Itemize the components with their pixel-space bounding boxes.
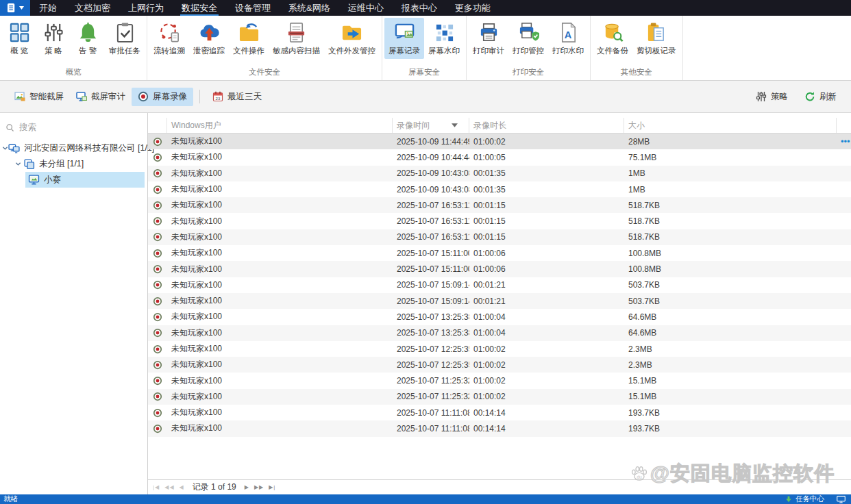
table-cell-duration: 00:01:21 bbox=[469, 280, 624, 290]
toolbar-button-record[interactable]: 屏幕录像 bbox=[132, 88, 193, 106]
table-cell-duration: 00:01:15 bbox=[469, 216, 624, 226]
search-input[interactable] bbox=[19, 123, 142, 132]
table-cell-user: 未知玩家x100 bbox=[167, 151, 393, 163]
toolbar-button-calendar[interactable]: 23最近三天 bbox=[206, 88, 268, 106]
table-cell-size: 2.3MB bbox=[624, 344, 837, 354]
fast-next-button[interactable]: ▶▶ bbox=[254, 484, 264, 490]
ribbon-button-folder-action[interactable]: 文件操作 bbox=[229, 18, 269, 59]
table-row[interactable]: 未知玩家x1002025-10-07 16:53:1100:01:15518.7… bbox=[148, 197, 851, 213]
table-cell-size: 28MB bbox=[624, 137, 837, 147]
table-row[interactable]: 未知玩家x1002025-10-07 12:25:3501:00:022.3MB bbox=[148, 357, 851, 373]
toolbar-button-label: 截屏审计 bbox=[91, 91, 125, 103]
ribbon-button-clipboard-doc[interactable]: 剪切板记录 bbox=[632, 18, 680, 59]
menu-tab-2[interactable]: 文档加密 bbox=[66, 0, 119, 16]
table-row[interactable]: 未知玩家x1002025-10-07 11:11:0800:14:14193.7… bbox=[148, 405, 851, 420]
table-cell-duration: 01:00:02 bbox=[469, 137, 624, 147]
column-header-2[interactable]: 录像时间 bbox=[393, 118, 469, 133]
ribbon-button-label: 审批任务 bbox=[109, 46, 140, 56]
table-cell-icon bbox=[148, 216, 167, 226]
first-page-button[interactable]: |◀ bbox=[153, 484, 160, 490]
menu-tab-9[interactable]: 更多功能 bbox=[446, 0, 500, 16]
table-row[interactable]: 未知玩家x1002025-10-07 15:11:0001:00:06100.8… bbox=[148, 245, 851, 261]
toolbar-button-sliders-small[interactable]: 策略 bbox=[750, 88, 794, 106]
monitor-status-icon[interactable] bbox=[837, 496, 846, 503]
green-arrow-down-icon bbox=[785, 496, 792, 503]
table-row[interactable]: 未知玩家x1002025-10-07 12:25:3501:00:022.3MB bbox=[148, 341, 851, 357]
tree-expand-caret[interactable] bbox=[13, 161, 23, 167]
table-row[interactable]: 未知玩家x1002025-10-09 10:43:0800:01:351MB bbox=[148, 181, 851, 197]
ribbon-button-printer[interactable]: 打印审计 bbox=[469, 18, 508, 59]
table-row[interactable]: 未知玩家x1002025-10-07 11:25:3201:00:0215.1M… bbox=[148, 373, 851, 388]
table-cell-duration: 01:00:02 bbox=[469, 376, 624, 386]
table-cell-duration: 00:14:14 bbox=[469, 424, 624, 433]
tree-item-terminal[interactable]: 小赛 bbox=[25, 172, 145, 188]
chevron-down-icon bbox=[19, 6, 24, 10]
search-box[interactable] bbox=[0, 119, 147, 136]
table-row[interactable]: 未知玩家x1002025-10-07 13:25:3801:00:0464.6M… bbox=[148, 309, 851, 325]
table-row[interactable]: 未知玩家x1002025-10-07 16:53:1100:01:15518.7… bbox=[148, 213, 851, 229]
ribbon-button-db-search[interactable]: 文件备份 bbox=[593, 18, 632, 59]
ribbon-button-cloud-upload[interactable]: 泄密追踪 bbox=[189, 18, 229, 59]
ribbon-button-doc-a[interactable]: A打印水印 bbox=[548, 18, 588, 59]
ribbon-button-trace-cycle[interactable]: 流转追溯 bbox=[149, 18, 189, 59]
menu-tab-6[interactable]: 系统&网络 bbox=[280, 0, 339, 16]
ribbon-button-label: 屏幕记录 bbox=[388, 46, 420, 56]
ribbon-button-grid-overview[interactable]: 概 览 bbox=[2, 18, 36, 59]
table-cell-duration: 00:01:21 bbox=[469, 297, 624, 306]
menu-tab-7[interactable]: 运维中心 bbox=[339, 0, 393, 16]
ribbon-button-screen-record[interactable]: 屏幕记录 bbox=[384, 18, 424, 59]
prev-page-button[interactable]: ◀ bbox=[180, 484, 184, 490]
column-header-3[interactable]: 录像时长 bbox=[469, 118, 624, 133]
next-page-button[interactable]: ▶ bbox=[245, 484, 249, 490]
column-header-1[interactable]: Windows用户 bbox=[167, 118, 393, 133]
toolbar-button-smart-screenshot[interactable]: 智能截屏 bbox=[8, 88, 70, 106]
app-menu-button[interactable] bbox=[0, 0, 30, 16]
column-header-4[interactable]: 大小 bbox=[624, 118, 837, 133]
row-actions-ellipsis-button[interactable]: ••• bbox=[841, 138, 851, 145]
ribbon-button-doc-scan[interactable]: 敏感内容扫描 bbox=[269, 18, 324, 59]
fast-prev-button[interactable]: ◀◀ bbox=[164, 484, 174, 490]
table-cell-icon bbox=[148, 264, 167, 274]
tree-item-company[interactable]: 河北安固云网络科技有限公司 [1/1] bbox=[0, 140, 147, 156]
tree-item-group[interactable]: 未分组 [1/1] bbox=[0, 156, 147, 172]
menu-tab-3[interactable]: 上网行为 bbox=[119, 0, 173, 16]
table-row[interactable]: 未知玩家x1002025-10-07 16:53:1100:01:15518.7… bbox=[148, 229, 851, 245]
tree-expand-caret[interactable] bbox=[2, 145, 8, 151]
menu-tab-1[interactable]: 开始 bbox=[30, 0, 66, 16]
table-row[interactable]: 未知玩家x1002025-10-07 15:09:1400:01:21503.7… bbox=[148, 293, 851, 309]
task-center-button[interactable]: 任务中心 bbox=[796, 494, 824, 504]
table-row[interactable]: 未知玩家x1002025-10-07 15:09:1400:01:21503.7… bbox=[148, 277, 851, 293]
record-dot-icon bbox=[153, 344, 162, 354]
table-cell-duration: 00:01:15 bbox=[469, 232, 624, 242]
menu-tab-4-active[interactable]: 数据安全 bbox=[173, 0, 226, 16]
ribbon-button-pixel-watermark[interactable]: 屏幕水印 bbox=[424, 18, 464, 59]
screenshot-audit-icon bbox=[76, 91, 87, 102]
table-row[interactable]: 未知玩家x1002025-10-09 10:43:0800:01:351MB bbox=[148, 166, 851, 181]
table-row[interactable]: 未知玩家x1002025-10-09 11:44:4901:00:0228MB•… bbox=[148, 134, 851, 149]
toolbar-button-refresh[interactable]: 刷新 bbox=[798, 88, 843, 106]
ribbon-button-clipboard-check[interactable]: 审批任务 bbox=[105, 18, 145, 59]
table-row[interactable]: 未知玩家x1002025-10-07 11:11:0800:14:14193.7… bbox=[148, 420, 851, 436]
ribbon-button-printer-shield[interactable]: 打印管控 bbox=[508, 18, 548, 59]
menu-tab-8[interactable]: 报表中心 bbox=[393, 0, 446, 16]
ribbon-button-label: 概 览 bbox=[10, 46, 28, 56]
sliders-icon bbox=[43, 22, 64, 43]
ribbon-group-label: 文件安全 bbox=[149, 66, 380, 80]
table-cell-duration: 01:00:04 bbox=[469, 328, 624, 338]
table-cell-time: 2025-10-07 16:53:11 bbox=[393, 232, 469, 242]
table-cell-icon bbox=[148, 185, 167, 194]
table-row[interactable]: 未知玩家x1002025-10-07 13:25:3801:00:0464.6M… bbox=[148, 325, 851, 341]
table-cell-time: 2025-10-07 11:25:32 bbox=[393, 376, 469, 386]
table-row[interactable]: 未知玩家x1002025-10-07 15:11:0001:00:06100.8… bbox=[148, 261, 851, 277]
toolbar-button-screenshot-audit[interactable]: 截屏审计 bbox=[70, 88, 132, 106]
table-row[interactable]: 未知玩家x1002025-10-09 10:44:4401:00:0575.1M… bbox=[148, 149, 851, 165]
menu-tab-5[interactable]: 设备管理 bbox=[226, 0, 280, 16]
last-page-button[interactable]: ▶| bbox=[269, 484, 275, 490]
ribbon-button-folder-send[interactable]: 文件外发管控 bbox=[324, 18, 380, 59]
table-cell-duration: 01:00:02 bbox=[469, 360, 624, 370]
ribbon-button-bell[interactable]: 告 警 bbox=[71, 18, 105, 59]
ribbon-button-sliders[interactable]: 策 略 bbox=[36, 18, 71, 59]
record-icon bbox=[138, 91, 149, 102]
table-row[interactable]: 未知玩家x1002025-10-07 11:25:3201:00:0215.1M… bbox=[148, 389, 851, 405]
table-cell-size: 193.7KB bbox=[624, 424, 837, 433]
